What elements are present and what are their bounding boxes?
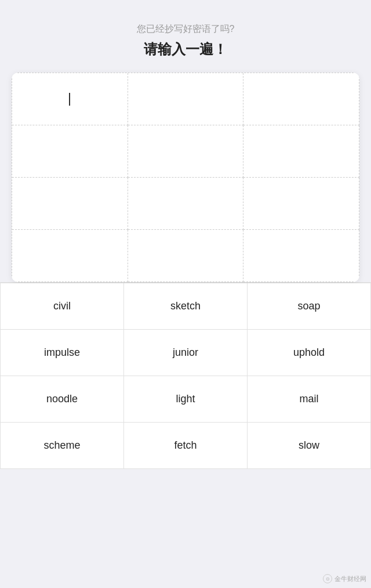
word-cell-3[interactable]: impulse: [1, 330, 124, 376]
word-cell-5[interactable]: uphold: [248, 330, 371, 376]
input-cell-9[interactable]: [12, 230, 128, 282]
input-cell-0[interactable]: [12, 73, 128, 125]
watermark-text: 金牛财经网: [334, 575, 366, 583]
word-cell-11[interactable]: slow: [248, 423, 371, 469]
input-cell-8[interactable]: [243, 178, 359, 230]
word-cell-8[interactable]: mail: [248, 376, 371, 423]
input-cell-2[interactable]: [243, 73, 359, 125]
word-grid: civilsketchsoapimpulsejuniorupholdnoodle…: [0, 283, 371, 469]
input-cell-1[interactable]: [128, 73, 244, 125]
watermark: ⊙ 金牛财经网: [323, 574, 366, 583]
watermark-icon: ⊙: [323, 574, 332, 583]
word-cell-0[interactable]: civil: [1, 283, 124, 330]
input-cell-5[interactable]: [243, 125, 359, 178]
title: 请输入一遍！: [144, 40, 227, 59]
word-cell-6[interactable]: noodle: [1, 376, 124, 423]
word-cell-7[interactable]: light: [124, 376, 248, 423]
input-grid[interactable]: [12, 73, 359, 282]
input-cell-3[interactable]: [12, 125, 128, 178]
word-cell-4[interactable]: junior: [124, 330, 248, 376]
input-cell-7[interactable]: [128, 178, 244, 230]
input-cell-10[interactable]: [128, 230, 244, 282]
subtitle: 您已经抄写好密语了吗?: [137, 23, 235, 35]
input-cell-4[interactable]: [128, 125, 244, 178]
word-selector: civilsketchsoapimpulsejuniorupholdnoodle…: [0, 282, 371, 469]
word-cell-2[interactable]: soap: [248, 283, 371, 330]
top-section: 您已经抄写好密语了吗? 请输入一遍！: [0, 0, 371, 282]
input-cell-11[interactable]: [243, 230, 359, 282]
input-card: [12, 73, 359, 282]
input-cell-6[interactable]: [12, 178, 128, 230]
word-cell-9[interactable]: scheme: [1, 423, 124, 469]
word-cell-10[interactable]: fetch: [124, 423, 248, 469]
word-cell-1[interactable]: sketch: [124, 283, 248, 330]
